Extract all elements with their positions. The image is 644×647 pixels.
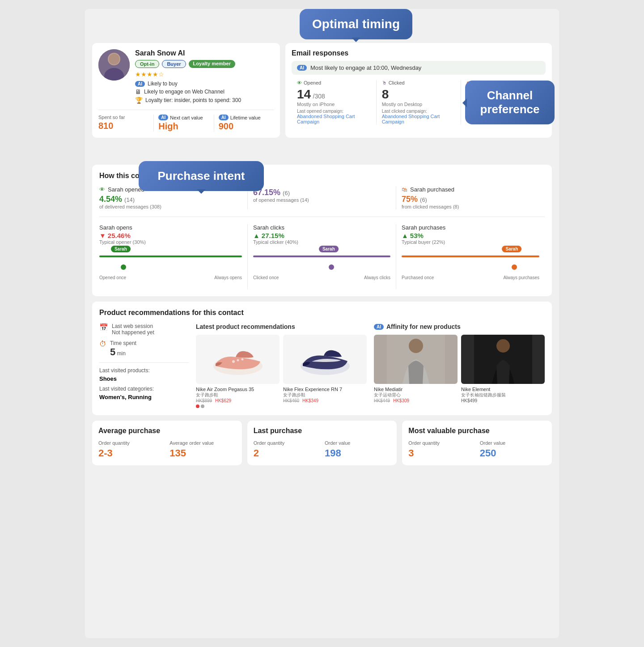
metric-lifetime: AI Lifetime value 900 <box>214 115 274 132</box>
purchased-percent: 75% <box>402 195 418 204</box>
product-rec-grid: Nike Air Zoom Pegasus 35 女子跑步鞋 HK$899 HK… <box>196 335 367 408</box>
time-spent-unit: min <box>117 350 126 357</box>
clock-icon: ⏱ <box>99 340 106 348</box>
product-0-sub: 女子跑步鞋 <box>196 392 280 398</box>
affinity-0-prices: HK$449 HK$309 <box>374 398 458 403</box>
ai-badge-timing: AI <box>297 65 307 71</box>
svg-point-6 <box>232 360 235 363</box>
opened-percent: 4.54% <box>99 195 122 204</box>
last-qty-value: 2 <box>254 447 319 459</box>
engagement-clicked: 67.15% (6) of opened messages (14) <box>248 186 396 209</box>
affinity-section: AI Affinity for new products <box>374 323 545 408</box>
average-val-value: 135 <box>169 447 235 459</box>
opened-campaign-label: Last opened campaign: <box>297 109 371 114</box>
average-qty-value: 2-3 <box>98 447 164 459</box>
profile-tags: Opt-in Buyer Loyalty member <box>135 60 274 68</box>
clicked-label: 🖱 Clicked <box>382 80 456 85</box>
web-session-label: Last web session <box>112 323 154 329</box>
product-1-prices: HK$460 HK$349 <box>283 398 367 403</box>
spent-label: Spent so far <box>98 115 149 120</box>
purchases-percent: ▲ 53% <box>402 232 539 239</box>
last-purchase-card: Last purchase Order quantity 2 Order val… <box>247 421 397 465</box>
last-qty-label: Order quantity <box>254 440 319 446</box>
tag-optin: Opt-in <box>135 60 159 68</box>
clicked-sub-text: of opened messages (14) <box>253 197 390 203</box>
product-0-name: Nike Air Zoom Pegasus 35 <box>196 387 280 392</box>
metric-next-cart: AI Next cart value High <box>154 115 214 132</box>
purchased-header: 🛍 Sarah purchased <box>402 186 539 193</box>
clicked-campaign[interactable]: Abandoned Shopping Cart Campaign <box>382 114 456 124</box>
product-left: 📅 Last web session Not happened yet ⏱ Ti… <box>99 323 189 408</box>
detail-likely-buy: AI Likely to buy <box>135 81 274 87</box>
opens-thumb <box>121 264 126 270</box>
product-section: Product recommendations for this contact… <box>92 302 552 415</box>
affinity-1-prices: HK$499 <box>461 398 545 403</box>
clicks-track <box>253 255 390 257</box>
lifetime-label: Lifetime value <box>230 115 261 120</box>
eye-icon: 👁 <box>297 80 302 85</box>
opened-campaign[interactable]: Abandoned Shopping Cart Campaign <box>297 114 371 124</box>
affinity-1-name: Nike Element <box>461 387 545 392</box>
last-visited-label: Last visited products: <box>99 367 189 374</box>
most-val: Order value 250 <box>480 440 546 459</box>
product-visited: Last visited products: Shoes Last visite… <box>99 362 189 400</box>
opened-device: Mostly on iPhone <box>297 102 371 107</box>
product-grid: 📅 Last web session Not happened yet ⏱ Ti… <box>99 323 545 408</box>
avatar <box>98 49 130 81</box>
tag-loyalty: Loyalty member <box>189 60 235 68</box>
product-rec-img-0 <box>196 335 280 384</box>
trophy-icon: 🏆 <box>135 97 143 104</box>
affinity-img-0 <box>374 335 458 384</box>
next-cart-value: High <box>158 121 209 132</box>
ai-badge-affinity: AI <box>374 324 384 330</box>
profile-info: Sarah Snow AI Opt-in Buyer Loyalty membe… <box>135 49 274 105</box>
opens-track-wrapper: Sarah <box>99 255 242 273</box>
average-val: Average order value 135 <box>169 440 235 459</box>
tooltip-optimal-text: Optimal timing <box>312 17 400 31</box>
purchased-sub-text: from clicked messages (8) <box>402 204 539 209</box>
lifetime-value: 900 <box>219 121 269 132</box>
purchases-slider: Sarah purchases ▲ 53% Typical buyer (22%… <box>396 224 545 289</box>
affinity-item-0[interactable]: Nike Mediatir 女子运动背心 HK$449 HK$309 <box>374 335 458 403</box>
last-visited-value: Shoes <box>99 375 189 382</box>
affinity-item-1[interactable]: Nike Element 女子长袖拉链跑步服裝 HK$499 <box>461 335 545 403</box>
clicks-typical: Typical clicker (40%) <box>253 239 390 245</box>
clicks-ends: Clicked once Always clicks <box>253 275 390 280</box>
stat-clicked: 🖱 Clicked 8 Mostly on Desktop Last click… <box>377 80 462 124</box>
profile-card: Sarah Snow AI Opt-in Buyer Loyalty membe… <box>92 43 280 138</box>
timing-text: Most likely to engage at 10:00, Wednesda… <box>310 64 421 71</box>
clicks-slider: Sarah clicks ▲ 27.15% Typical clicker (4… <box>248 224 396 289</box>
purchases-pill: Sarah <box>502 246 521 252</box>
average-qty: Order quantity 2-3 <box>98 440 164 459</box>
clicks-percent: ▲ 27.15% <box>253 232 390 239</box>
ai-badge-cart: AI <box>158 115 168 120</box>
affinity-grid: Nike Mediatir 女子运动背心 HK$449 HK$309 <box>374 335 545 403</box>
tooltip-purchase-text: Purchase intent <box>157 169 245 183</box>
most-val-value: 250 <box>480 447 546 459</box>
svg-point-7 <box>237 359 239 362</box>
purchases-ends: Purchased once Always purchases <box>402 275 539 280</box>
average-metrics: Order quantity 2-3 Average order value 1… <box>98 440 236 459</box>
opens-ends: Opened once Always opens <box>99 275 242 280</box>
next-cart-header: AI Next cart value <box>158 115 209 120</box>
opened-sub: /308 <box>313 93 325 100</box>
product-rec-item-0[interactable]: Nike Air Zoom Pegasus 35 女子跑步鞋 HK$899 HK… <box>196 335 280 408</box>
average-purchase-card: Average purchase Order quantity 2-3 Aver… <box>92 421 242 465</box>
product-0-prices: HK$899 HK$629 <box>196 398 280 403</box>
cursor-icon: 🖱 <box>382 80 387 85</box>
loyalty-tier-text: Loyalty tier: insider, points to spend: … <box>145 97 241 103</box>
opens-slider: Sarah opens ▼ 25.46% Typical opener (30%… <box>99 224 248 289</box>
opened-value: 14 <box>297 87 311 101</box>
purchases-track <box>402 255 539 257</box>
clicks-label: Sarah clicks <box>253 224 390 231</box>
last-val-label: Order value <box>325 440 390 446</box>
profile-name: Sarah Snow AI <box>135 49 274 57</box>
product-rec-item-1[interactable]: Nike Flex Experience RN 7 女子跑步鞋 HK$460 H… <box>283 335 367 408</box>
detail-web-channel: 🖥 Likely to engage on Web Channel <box>135 88 274 95</box>
opens-track-container: Sarah Opened once Always opens <box>99 255 242 280</box>
color-dot-red <box>196 404 199 408</box>
spent-value: 810 <box>98 121 149 131</box>
purchased-bag-icon: 🛍 <box>402 186 407 193</box>
detail-loyalty-tier: 🏆 Loyalty tier: insider, points to spend… <box>135 97 274 104</box>
most-valuable-card: Most valuable purchase Order quantity 3 … <box>402 421 552 465</box>
